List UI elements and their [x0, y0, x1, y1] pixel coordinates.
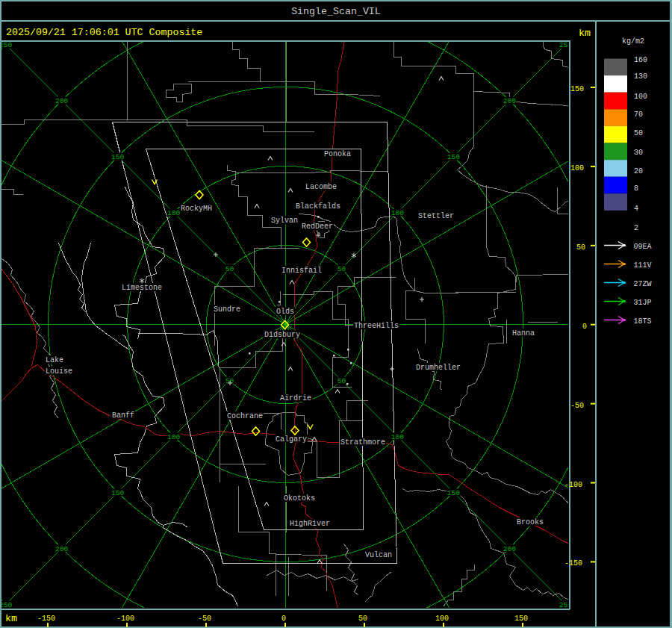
svg-text:150: 150: [570, 85, 584, 93]
svg-text:-100: -100: [116, 615, 134, 623]
svg-text:250: 250: [0, 601, 13, 609]
svg-text:0: 0: [582, 323, 587, 331]
svg-text:Stettler: Stettler: [418, 212, 454, 220]
svg-text:100: 100: [570, 164, 584, 172]
svg-text:111V: 111V: [634, 261, 652, 270]
svg-text:Vulcan: Vulcan: [365, 551, 392, 559]
svg-text:100: 100: [167, 209, 181, 217]
svg-text:Single_Scan_VIL: Single_Scan_VIL: [291, 6, 381, 17]
svg-text:Cochrane: Cochrane: [227, 412, 263, 420]
svg-text:ThreeHills: ThreeHills: [354, 322, 399, 330]
svg-text:50: 50: [337, 265, 346, 273]
svg-text:50: 50: [576, 243, 585, 252]
svg-text:31JP: 31JP: [634, 299, 652, 307]
svg-text:50: 50: [337, 377, 346, 385]
svg-text:HighRiver: HighRiver: [290, 520, 330, 528]
svg-text:100: 100: [391, 209, 405, 217]
svg-text:km: km: [579, 28, 591, 39]
svg-text:27ZW: 27ZW: [634, 280, 652, 288]
svg-text:160: 160: [634, 56, 647, 64]
svg-text:100: 100: [634, 93, 647, 101]
svg-text:200: 200: [503, 97, 517, 105]
svg-text:Brooks: Brooks: [517, 518, 544, 526]
svg-text:Didsbury: Didsbury: [264, 331, 300, 339]
svg-text:150: 150: [111, 153, 125, 161]
svg-text:Sylvan: Sylvan: [271, 217, 298, 225]
svg-text:100: 100: [391, 433, 405, 441]
svg-text:2: 2: [634, 224, 638, 232]
svg-text:50: 50: [634, 129, 643, 137]
svg-text:0: 0: [281, 615, 286, 623]
svg-text:Drumheller: Drumheller: [416, 364, 461, 372]
svg-text:km: km: [5, 613, 17, 624]
svg-text:150: 150: [111, 489, 125, 497]
svg-text:-150: -150: [564, 559, 582, 568]
svg-text:09EA: 09EA: [634, 243, 652, 251]
svg-text:Airdrie: Airdrie: [280, 394, 311, 402]
svg-text:8: 8: [634, 184, 638, 193]
svg-text:Blackfalds: Blackfalds: [296, 202, 340, 211]
svg-text:Olds: Olds: [276, 308, 294, 316]
svg-text:-100: -100: [564, 481, 582, 489]
svg-text:-50: -50: [198, 615, 211, 623]
svg-text:Banff: Banff: [112, 411, 134, 420]
svg-text:20: 20: [634, 167, 643, 175]
svg-text:18TS: 18TS: [634, 317, 652, 326]
svg-text:Sundre: Sundre: [214, 305, 240, 314]
svg-text:130: 130: [634, 72, 647, 81]
svg-text:50: 50: [358, 615, 367, 623]
svg-text:250: 250: [0, 41, 13, 49]
svg-text:RockyMH: RockyMH: [181, 205, 212, 213]
svg-text:Ponoka: Ponoka: [324, 150, 351, 158]
svg-text:Limestone: Limestone: [122, 284, 162, 292]
svg-text:-50: -50: [570, 402, 584, 410]
svg-text:150: 150: [514, 615, 528, 623]
svg-text:Lacombe: Lacombe: [305, 183, 337, 191]
svg-text:150: 150: [447, 153, 461, 161]
svg-text:Innisfail: Innisfail: [281, 267, 322, 275]
svg-text:200: 200: [55, 545, 69, 553]
svg-text:30: 30: [634, 149, 643, 157]
svg-text:-150: -150: [37, 615, 55, 623]
svg-text:Calgary: Calgary: [276, 435, 307, 444]
svg-text:100: 100: [167, 433, 181, 441]
svg-text:Strathmore: Strathmore: [340, 438, 385, 447]
svg-text:70: 70: [634, 111, 643, 119]
svg-text:Lake: Lake: [46, 356, 63, 364]
svg-text:200: 200: [55, 97, 69, 105]
svg-text:150: 150: [447, 489, 461, 497]
svg-text:2025/09/21 17:06:01 UTC Compos: 2025/09/21 17:06:01 UTC Composite: [6, 27, 202, 38]
svg-text:Okotoks: Okotoks: [284, 494, 315, 503]
svg-text:Louise: Louise: [46, 367, 72, 376]
svg-text:200: 200: [503, 545, 517, 553]
svg-text:RedDeer: RedDeer: [302, 223, 333, 231]
svg-text:4: 4: [634, 205, 638, 213]
svg-text:50: 50: [225, 265, 234, 273]
svg-text:Hanna: Hanna: [512, 329, 535, 338]
svg-text:kg/m2: kg/m2: [622, 37, 644, 46]
svg-text:100: 100: [435, 615, 449, 623]
